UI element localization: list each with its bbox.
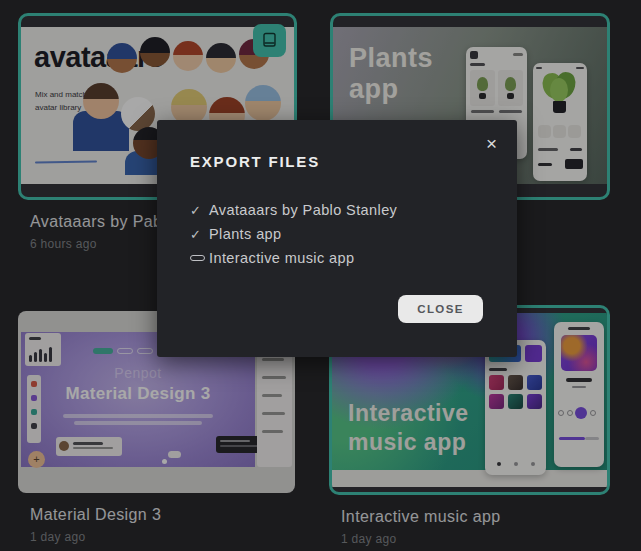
loading-icon [190, 255, 208, 261]
close-icon[interactable]: × [482, 130, 501, 157]
check-icon: ✓ [190, 203, 208, 218]
export-file-list: ✓ Avataaars by Pablo Stanley ✓ Plants ap… [190, 198, 397, 270]
export-list-item: Interactive music app [190, 246, 397, 270]
modal-title: EXPORT FILES [190, 153, 320, 170]
export-list-item: ✓ Plants app [190, 222, 397, 246]
export-item-label: Avataaars by Pablo Stanley [209, 202, 397, 218]
close-button[interactable]: CLOSE [398, 295, 483, 323]
export-item-label: Interactive music app [209, 250, 354, 266]
dashboard-screen: avataaars Mix and match avatar library [0, 0, 641, 551]
export-list-item: ✓ Avataaars by Pablo Stanley [190, 198, 397, 222]
check-icon: ✓ [190, 227, 208, 242]
export-item-label: Plants app [209, 226, 282, 242]
export-files-modal: EXPORT FILES × ✓ Avataaars by Pablo Stan… [157, 120, 517, 357]
